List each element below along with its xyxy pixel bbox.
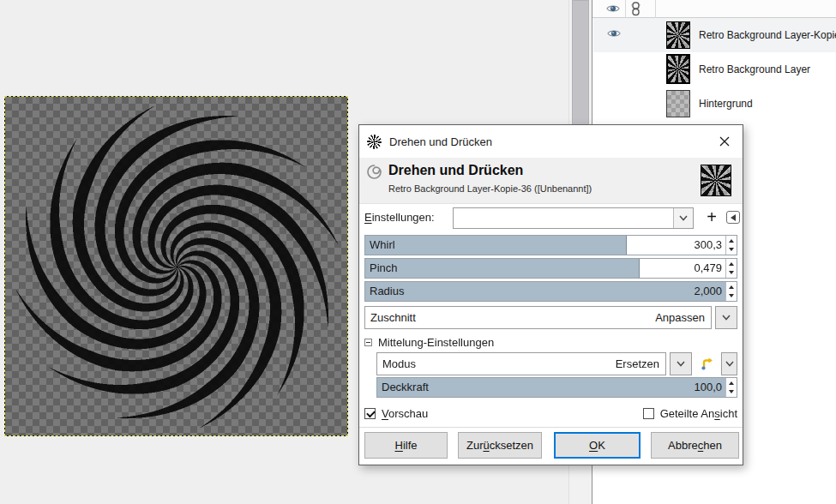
chevron-down-icon bbox=[677, 361, 685, 367]
dialog-header: Drehen und Drücken Retro Background Laye… bbox=[359, 158, 743, 204]
presets-value bbox=[454, 208, 673, 228]
spin-buttons[interactable] bbox=[725, 259, 737, 278]
mode-value: Ersetzen bbox=[616, 353, 659, 375]
presets-label: Einstellungen: bbox=[364, 211, 435, 224]
slider-value[interactable]: 300,3 bbox=[694, 236, 722, 255]
checkbox-unchecked-icon[interactable] bbox=[643, 408, 654, 419]
slider-label: Whirl bbox=[370, 236, 395, 255]
column-separator bbox=[655, 0, 656, 18]
spin-up-icon[interactable] bbox=[729, 285, 734, 289]
spin-down-icon[interactable] bbox=[729, 294, 734, 297]
clipping-combobox[interactable]: Zuschnitt Anpassen bbox=[364, 306, 712, 329]
image-canvas[interactable] bbox=[4, 96, 348, 436]
slider-label: Deckkraft bbox=[382, 378, 429, 397]
action-area-separator bbox=[359, 427, 743, 428]
layer-row-retro-kopie[interactable]: Retro Background Layer-Kopie bbox=[593, 18, 836, 52]
blend-options-label: Mittelung-Einstellungen bbox=[378, 336, 494, 349]
slider-value[interactable]: 100,0 bbox=[694, 378, 722, 397]
spin-buttons[interactable] bbox=[725, 236, 737, 255]
blend-options-expander[interactable]: Mittelung-Einstellungen bbox=[364, 335, 494, 349]
spin-up-icon[interactable] bbox=[729, 381, 734, 385]
presets-row: Einstellungen: + bbox=[364, 207, 737, 229]
help-button[interactable]: Hilfe bbox=[364, 432, 448, 459]
effect-target: Retro Background Layer-Kopie-36 ([Unbena… bbox=[388, 183, 592, 194]
slider-fill bbox=[365, 259, 640, 278]
slider-fill bbox=[365, 282, 737, 301]
presets-combobox[interactable] bbox=[453, 207, 694, 229]
slider-fill bbox=[377, 378, 737, 397]
clipping-value: Anpassen bbox=[655, 307, 705, 328]
layer-thumbnail[interactable] bbox=[666, 54, 690, 84]
layer-name[interactable]: Hintergrund bbox=[699, 98, 753, 110]
layer-row-hintergrund[interactable]: Hintergrund bbox=[593, 87, 836, 121]
slider-label: Pinch bbox=[370, 259, 398, 278]
clipping-label: Zuschnitt bbox=[370, 307, 416, 328]
collapse-minus-icon[interactable] bbox=[364, 339, 372, 346]
split-view-checkbox[interactable]: Geteilte Ansicht bbox=[643, 407, 737, 420]
chevron-down-icon[interactable] bbox=[673, 208, 693, 228]
gegl-spiral-icon bbox=[365, 163, 383, 183]
eye-column-icon[interactable] bbox=[606, 3, 620, 14]
ok-button[interactable]: OK bbox=[554, 432, 641, 459]
slider-label: Radius bbox=[370, 282, 404, 301]
chevron-down-icon bbox=[725, 361, 734, 367]
split-view-label: Geteilte Ansicht bbox=[660, 407, 737, 420]
triangle-left-icon bbox=[731, 214, 736, 221]
spin-down-icon[interactable] bbox=[729, 248, 734, 251]
layer-name[interactable]: Retro Background Layer bbox=[699, 63, 810, 75]
spin-up-icon[interactable] bbox=[729, 239, 734, 243]
chain-column-icon[interactable] bbox=[631, 2, 641, 19]
spin-up-icon[interactable] bbox=[729, 262, 734, 266]
preview-label: Vorschau bbox=[382, 407, 428, 420]
add-preset-button[interactable]: + bbox=[702, 207, 721, 229]
whirl-slider[interactable]: Whirl 300,3 bbox=[364, 235, 737, 255]
pinch-slider[interactable]: Pinch 0,479 bbox=[364, 258, 737, 279]
slider-fill bbox=[365, 236, 627, 255]
swap-arrow-icon bbox=[700, 357, 714, 371]
scrollbar-thumb[interactable] bbox=[572, 0, 589, 125]
spin-buttons[interactable] bbox=[725, 282, 737, 301]
cancel-button[interactable]: Abbrechen bbox=[651, 432, 739, 459]
close-button[interactable] bbox=[712, 129, 737, 154]
dialog-titlebar[interactable]: Drehen und Drücken bbox=[359, 125, 743, 158]
preview-checkbox[interactable]: Vorschau bbox=[364, 407, 428, 420]
spin-down-icon[interactable] bbox=[729, 271, 734, 274]
visibility-eye-icon[interactable] bbox=[607, 28, 621, 39]
whirl-pinch-dialog: Drehen und Drücken Drehen und Drücken Re… bbox=[358, 124, 743, 465]
chevron-down-icon bbox=[722, 315, 731, 321]
spin-buttons[interactable] bbox=[725, 378, 737, 397]
checkbox-checked-icon[interactable] bbox=[364, 408, 376, 419]
whirl-spiral-image bbox=[5, 97, 349, 437]
reset-button[interactable]: Zurücksetzen bbox=[458, 432, 542, 459]
layers-header bbox=[592, 0, 836, 18]
import-preset-button[interactable] bbox=[726, 211, 740, 224]
checkbox-row: Vorschau Geteilte Ansicht bbox=[364, 407, 737, 421]
slider-value[interactable]: 0,479 bbox=[694, 259, 722, 278]
opacity-slider[interactable]: Deckkraft 100,0 bbox=[376, 377, 737, 398]
mode-row: Modus Ersetzen bbox=[376, 352, 737, 375]
layer-name[interactable]: Retro Background Layer-Kopie bbox=[699, 29, 836, 41]
mode-dropdown-button[interactable] bbox=[670, 352, 692, 375]
slider-value[interactable]: 2,000 bbox=[694, 282, 722, 301]
layer-row-retro[interactable]: Retro Background Layer bbox=[593, 52, 836, 87]
clipping-row: Zuschnitt Anpassen bbox=[364, 306, 737, 329]
effect-title: Drehen und Drücken bbox=[388, 163, 523, 178]
spin-down-icon[interactable] bbox=[729, 390, 734, 393]
radius-slider[interactable]: Radius 2,000 bbox=[364, 281, 737, 302]
clipping-dropdown-button[interactable] bbox=[715, 306, 737, 329]
column-separator bbox=[625, 0, 626, 18]
layer-thumbnail[interactable] bbox=[666, 90, 690, 117]
mode-combobox[interactable]: Modus Ersetzen bbox=[376, 352, 666, 375]
whirl-dialog-icon bbox=[367, 135, 382, 149]
mode-label: Modus bbox=[382, 353, 416, 375]
preview-thumbnail bbox=[701, 165, 731, 196]
blend-space-dropdown-button[interactable] bbox=[721, 352, 737, 375]
blend-space-switch-button[interactable] bbox=[695, 352, 718, 375]
layer-thumbnail[interactable] bbox=[666, 21, 690, 49]
dialog-title: Drehen und Drücken bbox=[389, 135, 492, 148]
close-icon bbox=[719, 136, 730, 147]
